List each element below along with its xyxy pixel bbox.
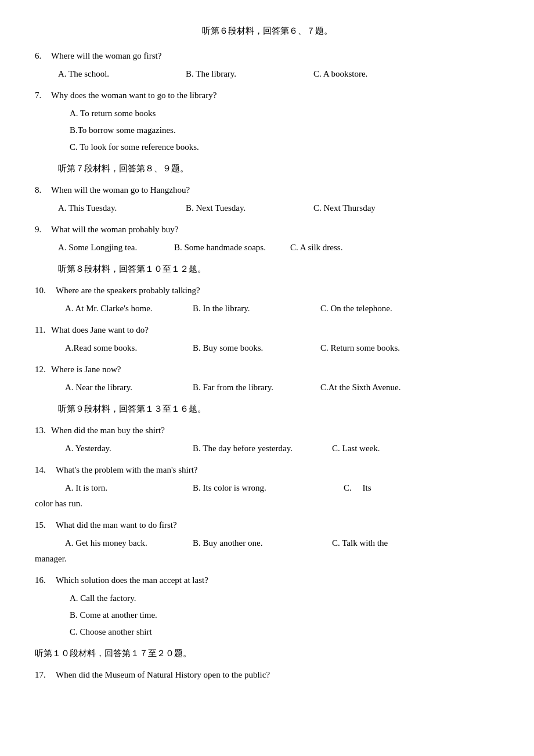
q15-option-c-continuation: manager. [35, 551, 499, 567]
q15-option-a: A. Get his money back. [65, 535, 193, 551]
q15-option-b: B. Buy another one. [193, 535, 332, 551]
q9-option-a: A. Some Longjing tea. [58, 240, 174, 255]
q13-option-a: A. Yesterday. [65, 441, 193, 456]
q6-option-a: A. The school. [58, 66, 186, 82]
q9-option-b: B. Some handmade soaps. [174, 240, 290, 255]
question-15: 15. What did the man want to do first? A… [35, 517, 499, 567]
q11-option-c: C. Return some books. [320, 340, 499, 356]
section-6-header: 听第６段材料，回答第６、７题。 [35, 23, 499, 39]
q9-options: A. Some Longjing tea. B. Some handmade s… [58, 240, 499, 255]
q10-number: 10. [35, 283, 56, 298]
q7-text: Why does the woman want to go to the lib… [51, 88, 499, 103]
q12-number: 12. [35, 362, 51, 377]
q6-option-c: C. A bookstore. [313, 66, 499, 82]
q6-option-b: B. The library. [186, 66, 313, 82]
q10-option-a: A. At Mr. Clarke's home. [65, 301, 193, 316]
q12-option-a: A. Near the library. [65, 380, 193, 395]
q11-options: A.Read some books. B. Buy some books. C.… [65, 340, 499, 356]
q8-option-c: C. Next Thursday [313, 200, 499, 216]
q16-option-c: C. Choose another shirt [70, 624, 499, 640]
q8-number: 8. [35, 182, 51, 198]
q12-option-b: B. Far from the library. [193, 380, 320, 395]
q9-number: 9. [35, 222, 51, 237]
question-7: 7. Why does the woman want to go to the … [35, 88, 499, 155]
q6-text: Where will the woman go first? [51, 48, 499, 64]
q15-options: A. Get his money back. B. Buy another on… [65, 535, 499, 551]
q9-option-c: C. A silk dress. [290, 240, 499, 255]
question-6: 6. Where will the woman go first? A. The… [35, 48, 499, 82]
q7-option-c: C. To look for some reference books. [70, 139, 499, 155]
q16-option-b: B. Come at another time. [70, 607, 499, 623]
q6-number: 6. [35, 48, 51, 64]
question-9: 9. What will the woman probably buy? A. … [35, 222, 499, 255]
q12-option-c: C.At the Sixth Avenue. [320, 380, 499, 395]
q13-option-b: B. The day before yesterday. [193, 441, 332, 456]
q11-option-a: A.Read some books. [65, 340, 193, 356]
question-17: 17. When did the Museum of Natural Histo… [35, 667, 499, 683]
q9-text: What will the woman probably buy? [51, 222, 499, 237]
q10-option-c: C. On the telephone. [320, 301, 499, 316]
q8-option-a: A. This Tuesday. [58, 200, 186, 216]
q14-option-b: B. Its color is wrong. [193, 480, 344, 496]
q15-option-c: C. Talk with the [332, 535, 388, 551]
question-8: 8. When will the woman go to Hangzhou? A… [35, 182, 499, 216]
q13-text: When did the man buy the shirt? [51, 423, 499, 438]
question-14: 14. What's the problem with the man's sh… [35, 462, 499, 512]
question-11: 11. What does Jane want to do? A.Read so… [35, 322, 499, 356]
q10-option-b: B. In the library. [193, 301, 320, 316]
q14-text: What's the problem with the man's shirt? [56, 462, 499, 478]
section-10-header: 听第１０段材料，回答第１７至２０题。 [35, 646, 499, 661]
question-10: 10. Where are the speakers probably talk… [35, 283, 499, 316]
q10-options: A. At Mr. Clarke's home. B. In the libra… [65, 301, 499, 316]
q7-number: 7. [35, 88, 51, 103]
page-content: 听第６段材料，回答第６、７题。 6. Where will the woman … [35, 23, 499, 683]
q11-text: What does Jane want to do? [51, 322, 499, 338]
q10-text: Where are the speakers probably talking? [56, 283, 499, 298]
q17-number: 17. [35, 667, 56, 683]
q7-options: A. To return some books B.To borrow some… [35, 106, 499, 155]
section-9-header: 听第９段材料，回答第１３至１６题。 [58, 401, 499, 417]
q13-option-c: C. Last week. [332, 441, 499, 456]
q16-number: 16. [35, 573, 56, 588]
q15-number: 15. [35, 517, 56, 533]
q14-option-c: C. Its [344, 480, 371, 496]
q8-text: When will the woman go to Hangzhou? [51, 182, 499, 198]
q11-number: 11. [35, 322, 51, 338]
q13-number: 13. [35, 423, 51, 438]
q15-text: What did the man want to do first? [56, 517, 499, 533]
q8-option-b: B. Next Tuesday. [186, 200, 313, 216]
section-7-header: 听第７段材料，回答第８、９题。 [58, 161, 499, 177]
q17-text: When did the Museum of Natural History o… [56, 667, 499, 683]
section-8-header: 听第８段材料，回答第１０至１２题。 [58, 261, 499, 277]
q16-text: Which solution does the man accept at la… [56, 573, 499, 588]
q16-options: A. Call the factory. B. Come at another … [35, 591, 499, 640]
q13-options: A. Yesterday. B. The day before yesterda… [65, 441, 499, 456]
q14-number: 14. [35, 462, 56, 478]
q14-option-a: A. It is torn. [65, 480, 193, 496]
q12-text: Where is Jane now? [51, 362, 499, 377]
q7-option-b: B.To borrow some magazines. [70, 123, 499, 138]
q16-option-a: A. Call the factory. [70, 591, 499, 606]
q6-options: A. The school. B. The library. C. A book… [58, 66, 499, 82]
question-13: 13. When did the man buy the shirt? A. Y… [35, 423, 499, 456]
q14-options: A. It is torn. B. Its color is wrong. C.… [65, 480, 499, 496]
q12-options: A. Near the library. B. Far from the lib… [65, 380, 499, 395]
q11-option-b: B. Buy some books. [193, 340, 320, 356]
question-16: 16. Which solution does the man accept a… [35, 573, 499, 640]
q8-options: A. This Tuesday. B. Next Tuesday. C. Nex… [58, 200, 499, 216]
question-12: 12. Where is Jane now? A. Near the libra… [35, 362, 499, 395]
q14-option-c-continuation: color has run. [35, 496, 499, 512]
q7-option-a: A. To return some books [70, 106, 499, 121]
